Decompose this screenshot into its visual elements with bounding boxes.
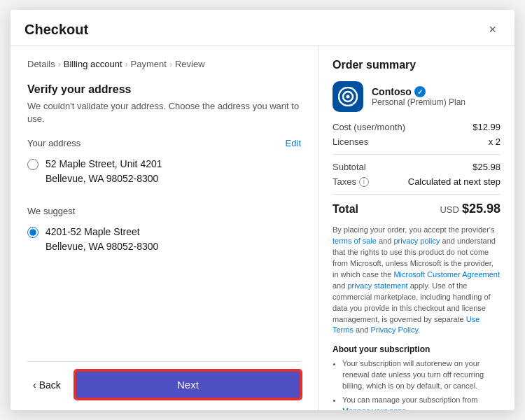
privacy-statement-link[interactable]: privacy statement [347,281,407,290]
your-address-text: 52 Maple Street, Unit 4201 Bellevue, WA … [46,157,162,186]
your-address-label-row: Your address Edit [27,138,301,148]
back-chevron-icon: ‹ [33,379,36,391]
subtotal-line: Subtotal $25.98 [332,162,500,172]
breadcrumb-details: Details [27,59,55,69]
breadcrumb-payment: Payment [131,59,167,69]
separator-1: › [58,59,61,69]
breadcrumb-billing-account: Billing account [64,59,122,69]
product-name-row: Contoso ✓ [372,86,465,97]
about-subscription-list: Your subscription will autorenew on your… [332,358,500,410]
product-info: Contoso ✓ Personal (Premium) Plan [372,86,465,107]
checkout-modal: Checkout × Details › Billing account › P… [10,10,514,410]
order-summary-title: Order summary [332,59,500,71]
terms-of-sale-link[interactable]: terms of sale [332,237,377,245]
right-panel: Order summary Contoso ✓ Personal (Premiu… [318,46,514,410]
close-button[interactable]: × [484,21,500,38]
cost-label: Cost (user/month) [332,122,405,132]
your-address-group: Your address Edit 52 Maple Street, Unit … [27,138,301,189]
product-row: Contoso ✓ Personal (Premium) Plan [332,81,500,112]
total-value: $25.98 [462,202,500,216]
legal-text: By placing your order, you accept the pr… [332,225,500,336]
about-item-1: Your subscription will autorenew on your… [342,358,500,392]
suggested-address-text: 4201-52 Maple Street Bellevue, WA 98052-… [46,225,158,254]
cost-value: $12.99 [472,122,500,132]
total-label: Total [332,203,358,216]
your-address-option: 52 Maple Street, Unit 4201 Bellevue, WA … [27,154,301,189]
manage-apps-link[interactable]: Manage your apps [342,407,406,410]
divider-2 [332,194,500,195]
cost-line: Cost (user/month) $12.99 [332,122,500,132]
modal-title: Checkout [24,22,88,38]
taxes-label-row: Taxes i [332,176,369,187]
breadcrumb-review: Review [175,59,205,69]
back-button[interactable]: ‹ Back [27,375,66,395]
back-label: Back [39,379,61,391]
your-address-line2: Bellevue, WA 98052-8300 [46,172,162,186]
svg-point-2 [346,95,350,99]
separator-2: › [125,59,128,69]
licenses-line: Licenses x 2 [332,136,500,147]
suggested-address-radio[interactable] [27,227,38,238]
section-title: Verify your address [27,83,301,96]
left-panel: Details › Billing account › Payment › Re… [10,46,318,410]
next-button[interactable]: Next [75,370,301,399]
your-address-radio[interactable] [27,159,38,170]
we-suggest-label: We suggest [27,206,301,216]
verified-badge-icon: ✓ [414,86,426,97]
taxes-line: Taxes i Calculated at next step [332,176,500,187]
breadcrumb: Details › Billing account › Payment › Re… [27,59,301,69]
total-currency: USD [440,204,458,215]
edit-button[interactable]: Edit [286,138,301,148]
modal-body: Details › Billing account › Payment › Re… [10,46,514,410]
suggested-address-line1: 4201-52 Maple Street [46,225,158,239]
taxes-label: Taxes [332,176,356,187]
separator-3: › [169,59,172,69]
product-icon [332,81,363,112]
divider-1 [332,154,500,155]
footer-actions: ‹ Back Next [27,361,301,399]
subtotal-value: $25.98 [472,162,500,172]
taxes-value: Calculated at next step [408,176,500,187]
product-plan: Personal (Premium) Plan [372,97,465,107]
about-subscription-title: About your subscription [332,344,500,354]
privacy-policy-link-2[interactable]: Privacy Policy [370,326,418,334]
your-address-label: Your address [27,138,80,148]
total-amount: USD$25.98 [440,202,500,216]
modal-header: Checkout × [10,10,514,46]
product-logo-icon [338,87,358,106]
section-desc: We couldn't validate your address. Choos… [27,100,301,125]
about-item-2: You can manage your subscription from Ma… [342,395,500,410]
subtotal-label: Subtotal [332,162,366,172]
mca-link[interactable]: Microsoft Customer Agreement [393,270,500,279]
total-row: Total USD$25.98 [332,202,500,216]
taxes-info-icon[interactable]: i [359,177,369,187]
privacy-policy-link[interactable]: privacy policy [393,237,440,245]
your-address-line1: 52 Maple Street, Unit 4201 [46,157,162,172]
suggested-address-line2: Bellevue, WA 98052-8300 [46,239,158,254]
licenses-label: Licenses [332,136,368,147]
product-name: Contoso [372,86,412,97]
suggested-address-option: 4201-52 Maple Street Bellevue, WA 98052-… [27,222,301,257]
licenses-value: x 2 [489,136,500,147]
suggested-address-group: We suggest 4201-52 Maple Street Bellevue… [27,199,301,257]
